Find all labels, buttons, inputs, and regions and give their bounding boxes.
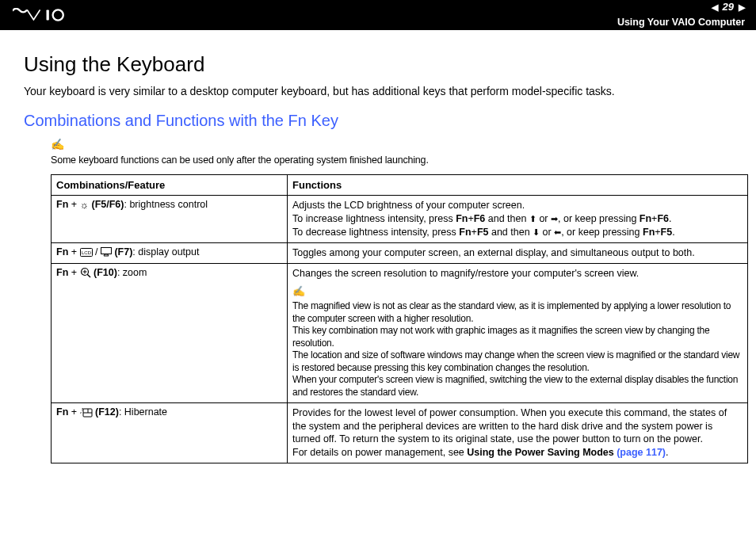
svg-text:LCD: LCD [82, 250, 92, 255]
fn-key-table: Combinations/Feature Functions Fn + ☼ (F… [51, 174, 748, 463]
key-label: (F10) [94, 267, 117, 278]
svg-point-1 [53, 10, 63, 20]
table-row: Fn + (F10): zoom Changes the screen reso… [52, 263, 748, 402]
fn-key: Fn [56, 406, 68, 418]
arrow-right-icon: ➡ [551, 214, 558, 223]
desc-note: This key combination may not work with g… [292, 325, 743, 349]
page-number: 29 [723, 0, 734, 14]
header-right: ◀ 29 ▶ Using Your VAIO Computer [617, 0, 745, 30]
svg-text:z: z [80, 410, 82, 414]
fn-key: Fn [56, 267, 68, 278]
key-label: (F5/F6) [91, 199, 124, 210]
table-row: Fn + LCD / (F7): display output Toggles … [52, 242, 748, 263]
intro-text: Your keyboard is very similar to a deskt… [24, 85, 732, 97]
svg-rect-0 [47, 10, 49, 20]
key-label: (F7) [114, 246, 132, 257]
func-cell: Provides for the lowest level of power c… [288, 402, 748, 463]
monitor-icon [101, 247, 112, 257]
arrow-down-icon: ⬇ [533, 227, 540, 237]
prev-page-arrow[interactable]: ◀ [712, 2, 718, 13]
col-header-combo: Combinations/Feature [52, 175, 288, 196]
func-cell: Changes the screen resolution to magnify… [288, 263, 748, 402]
desc-line: Adjusts the LCD brightness of your compu… [292, 199, 743, 212]
page-navigation: ◀ 29 ▶ [617, 0, 745, 14]
func-cell: Toggles among your computer screen, an e… [288, 242, 748, 263]
svg-line-6 [87, 274, 90, 277]
page-link[interactable]: (page 117) [617, 447, 666, 458]
desc-line: Toggles among your computer screen, an e… [292, 246, 743, 260]
arrow-up-icon: ⬆ [529, 214, 536, 223]
note-text: Some keyboard functions can be used only… [51, 154, 429, 166]
desc-note: When your computer's screen view is magn… [292, 374, 743, 399]
svg-rect-4 [101, 248, 111, 254]
note-icon: ✍ [51, 138, 732, 151]
page-title: Using the Keyboard [24, 52, 732, 77]
key-label: (F12) [95, 406, 119, 418]
col-header-func: Functions [288, 175, 748, 196]
desc-line: To decrease lightness intensity, press F… [292, 226, 743, 239]
desc-line: Changes the screen resolution to magnify… [292, 267, 743, 280]
hibernate-icon: zz [80, 406, 93, 418]
page-content: Using the Keyboard Your keyboard is very… [0, 30, 756, 463]
next-page-arrow[interactable]: ▶ [739, 2, 745, 13]
desc-line: To increase lightness intensity, press F… [292, 212, 743, 226]
desc-line: For details on power management, see Usi… [292, 446, 743, 460]
brightness-icon: ☼ [80, 200, 89, 211]
func-cell: Adjusts the LCD brightness of your compu… [288, 196, 748, 243]
table-row: Fn + zz (F12): Hibernate Provides for th… [52, 402, 748, 463]
fn-key: Fn [56, 199, 68, 210]
combo-cell: Fn + LCD / (F7): display output [52, 242, 288, 263]
magnify-icon [80, 267, 91, 278]
desc-line: Provides for the lowest level of power c… [292, 406, 743, 447]
note-icon: ✍ [292, 284, 743, 299]
fn-key: Fn [56, 246, 68, 257]
header-bar: ◀ 29 ▶ Using Your VAIO Computer [0, 0, 756, 30]
note-block: ✍ Some keyboard functions can be used on… [51, 138, 732, 166]
arrow-left-icon: ⬅ [554, 227, 561, 237]
combo-cell: Fn + ☼ (F5/F6): brightness control [52, 196, 288, 243]
combo-cell: Fn + (F10): zoom [52, 263, 288, 402]
desc-note: The location and size of software window… [292, 349, 743, 374]
section-heading: Combinations and Functions with the Fn K… [24, 112, 732, 130]
lcd-icon: LCD [80, 248, 93, 257]
chapter-title: Using Your VAIO Computer [617, 16, 745, 30]
table-header-row: Combinations/Feature Functions [52, 175, 748, 196]
vaio-logo [13, 8, 82, 22]
combo-cell: Fn + zz (F12): Hibernate [52, 402, 288, 463]
desc-note: The magnified view is not as clear as th… [292, 300, 743, 325]
table-row: Fn + ☼ (F5/F6): brightness control Adjus… [52, 196, 748, 243]
